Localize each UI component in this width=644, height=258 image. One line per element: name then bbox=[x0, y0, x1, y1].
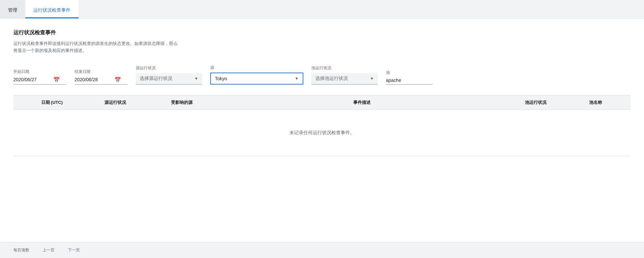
start-date-calendar-icon[interactable]: 📅 bbox=[53, 77, 60, 83]
start-date-group: 开始日期 📅 bbox=[13, 69, 67, 85]
col-pool-name: 池名称 bbox=[565, 100, 625, 106]
pool-status-label: 池运行状况 bbox=[311, 65, 378, 71]
table-empty-message: 未记录任何运行状况检查事件。 bbox=[13, 110, 631, 156]
end-date-label: 结束日期 bbox=[75, 69, 128, 75]
pool-group: 池 bbox=[386, 70, 432, 85]
top-nav: 管理 运行状况检查事件 bbox=[0, 0, 644, 19]
main-content: 运行状况检查事件 运行状况检查事件即连接到运行状况检查的源发生的状态更改。如果源… bbox=[0, 19, 644, 258]
pool-status-chevron-icon: ▼ bbox=[370, 76, 374, 81]
table-header: 日期 (UTC) 源运行状况 受影响的源 事件描述 池运行状况 池名称 bbox=[13, 95, 631, 110]
pool-status-group: 池运行状况 选择池运行状况 ▼ bbox=[311, 65, 378, 85]
source-status-label: 源运行状况 bbox=[136, 65, 202, 71]
source-status-group: 源运行状况 选择源运行状况 ▼ bbox=[136, 65, 202, 85]
end-date-wrapper[interactable]: 📅 bbox=[75, 77, 128, 85]
pool-label: 池 bbox=[386, 70, 432, 76]
source-select[interactable]: Tokyo ▼ bbox=[210, 73, 303, 85]
prev-page-item[interactable]: 上一页 bbox=[43, 247, 55, 253]
start-date-input[interactable] bbox=[13, 77, 53, 82]
start-date-label: 开始日期 bbox=[13, 69, 67, 75]
tab-manage[interactable]: 管理 bbox=[0, 0, 25, 18]
source-status-chevron-icon: ▼ bbox=[194, 76, 198, 81]
end-date-group: 结束日期 📅 bbox=[75, 69, 128, 85]
source-status-select[interactable]: 选择源运行状况 ▼ bbox=[136, 73, 202, 85]
source-chevron-icon: ▼ bbox=[295, 76, 299, 81]
col-affected-source: 受影响的源 bbox=[145, 100, 218, 106]
pool-status-select[interactable]: 选择池运行状况 ▼ bbox=[311, 73, 378, 85]
per-page-item: 每页项数 bbox=[13, 247, 29, 253]
pool-input[interactable] bbox=[386, 78, 432, 85]
col-source-status: 源运行状况 bbox=[85, 100, 145, 106]
col-event-description: 事件描述 bbox=[218, 100, 506, 106]
bottom-bar: 每页项数 上一页 下一页 bbox=[0, 242, 644, 258]
filter-row: 开始日期 📅 结束日期 📅 源运行状况 选择源运行状况 ▼ 源 bbox=[13, 65, 631, 85]
page-description: 运行状况检查事件即连接到运行状况检查的源发生的状态更改。如果源状态降级，那么 将… bbox=[13, 40, 200, 54]
col-pool-status: 池运行状况 bbox=[506, 100, 565, 106]
table-container: 日期 (UTC) 源运行状况 受影响的源 事件描述 池运行状况 池名称 未记录任… bbox=[13, 95, 631, 156]
source-value-text: Tokyo bbox=[215, 76, 295, 81]
source-status-text: 选择源运行状况 bbox=[140, 76, 194, 82]
pool-status-text: 选择池运行状况 bbox=[315, 76, 370, 82]
page-title: 运行状况检查事件 bbox=[13, 29, 631, 36]
source-label: 源 bbox=[210, 65, 303, 71]
next-page-label[interactable]: 下一页 bbox=[68, 247, 80, 253]
start-date-wrapper[interactable]: 📅 bbox=[13, 77, 67, 85]
col-date: 日期 (UTC) bbox=[19, 100, 85, 106]
per-page-label: 每页项数 bbox=[13, 247, 29, 253]
source-group: 源 Tokyo ▼ bbox=[210, 65, 303, 85]
next-page-item[interactable]: 下一页 bbox=[68, 247, 80, 253]
tab-health-events[interactable]: 运行状况检查事件 bbox=[25, 0, 79, 18]
prev-page-label[interactable]: 上一页 bbox=[43, 247, 55, 253]
end-date-calendar-icon[interactable]: 📅 bbox=[114, 77, 121, 83]
end-date-input[interactable] bbox=[75, 77, 114, 82]
